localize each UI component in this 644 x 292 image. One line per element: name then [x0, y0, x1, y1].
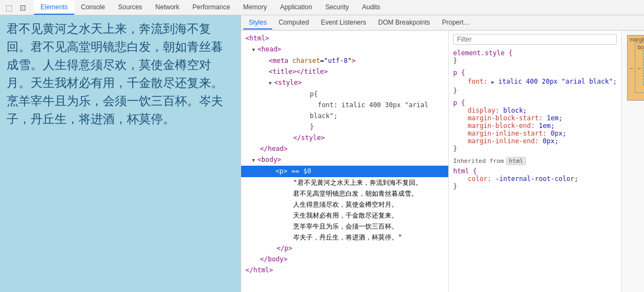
tab-performance[interactable]: Performance — [186, 0, 237, 15]
dom-line[interactable]: </head> — [241, 143, 448, 154]
style-prop: margin-inline-end: — [461, 137, 538, 145]
style-brace: } — [453, 87, 457, 95]
style-value: block; — [503, 107, 526, 114]
margin-left-val: – — [628, 65, 635, 71]
border-label: border — [637, 44, 644, 50]
preview-pane: 君不见黄河之水天上来，奔流到海不复回。君不见高堂明镜悲白发，朝如青丝暮成雪。人生… — [0, 15, 241, 292]
tab-computed[interactable]: Computed — [273, 16, 314, 30]
device-icon[interactable]: ⊡ — [16, 1, 30, 14]
main-tab-bar: Elements Console Sources Network Perform… — [34, 0, 387, 15]
dom-line[interactable]: 人生得意须尽欢，莫使金樽空对月。 — [241, 199, 448, 210]
style-value: 1em; — [547, 114, 563, 122]
style-prop: color: — [461, 175, 491, 183]
dom-line[interactable]: 烹羊宰牛且为乐，会须一饮三百杯。 — [241, 221, 448, 232]
style-brace: } — [453, 57, 457, 65]
tab-dom-breakpoints[interactable]: DOM Breakpoints — [373, 16, 436, 30]
border-bottom-dash: – — [635, 85, 644, 92]
dom-tree[interactable]: <html> ▼<head> <meta charset="utf-8"> <t… — [241, 31, 449, 292]
dom-line[interactable]: } — [241, 121, 448, 132]
tab-memory[interactable]: Memory — [237, 0, 273, 15]
tab-elements[interactable]: Elements — [34, 0, 74, 15]
dom-line[interactable]: <title></title> — [241, 66, 448, 77]
style-block-p-block: p { display: block; margin-block-start: … — [453, 99, 617, 153]
margin-bottom-val: 20 — [628, 93, 644, 100]
dom-line[interactable]: 君不见高堂明镜悲白发，朝如青丝暮成雪。 — [241, 188, 448, 199]
dom-line[interactable]: </body> — [241, 254, 448, 265]
tab-application[interactable]: Application — [273, 0, 319, 15]
style-prop: display: — [461, 107, 499, 114]
border-left-dash: – — [635, 65, 643, 71]
style-prop: margin-block-start: — [461, 114, 542, 122]
panel-body: <html> ▼<head> <meta charset="utf-8"> <t… — [241, 31, 644, 292]
tab-audits[interactable]: Audits — [355, 0, 387, 15]
box-model-area: margin 20 – border – — [621, 31, 644, 292]
dom-line[interactable]: "君不见黄河之水天上来，奔流到海不复回。 — [241, 177, 448, 188]
style-prop: font: — [461, 78, 487, 85]
box-model: margin 20 – border – — [627, 35, 644, 101]
secondary-toolbar: Styles Computed Event Listeners DOM Brea… — [241, 15, 644, 31]
margin-label: margin — [630, 37, 644, 43]
style-selector: p { — [453, 99, 465, 107]
toolbar-icons: ⬚ ⊡ — [2, 1, 30, 14]
tab-security[interactable]: Security — [319, 0, 355, 15]
style-brace: } — [453, 145, 457, 153]
preview-text: 君不见黄河之水天上来，奔流到海不复回。君不见高堂明镜悲白发，朝如青丝暮成雪。人生… — [7, 22, 223, 126]
style-brace: } — [453, 183, 457, 190]
style-value: 1em; — [539, 122, 555, 130]
dom-line[interactable]: 岑夫子，丹丘生，将进酒，杯莫停。" — [241, 232, 448, 243]
dom-line[interactable]: black"; — [241, 110, 448, 121]
style-value: 0px; — [551, 130, 566, 137]
dom-line[interactable]: ▼<body> — [241, 154, 448, 166]
dom-line[interactable]: <meta charset="utf-8"> — [241, 55, 448, 66]
devtools-toolbar: ⬚ ⊡ Elements Console Sources Network Per… — [0, 0, 644, 15]
style-block-p-italic: p { font: ▶ italic 400 20px "arial black… — [453, 69, 617, 95]
style-prop: margin-block-end: — [461, 122, 535, 130]
dom-line[interactable]: font: italic 400 30px "arial — [241, 100, 448, 110]
dom-line[interactable]: </style> — [241, 132, 448, 143]
tab-properties[interactable]: Propert… — [436, 16, 475, 30]
style-selector: html { — [453, 167, 477, 175]
tab-event-listeners[interactable]: Event Listeners — [315, 16, 372, 30]
dom-line-selected[interactable]: ... <p> == $0 — [241, 166, 448, 177]
tab-network[interactable]: Network — [149, 0, 186, 15]
style-selector: element.style { — [453, 49, 512, 57]
inspect-icon[interactable]: ⬚ — [2, 1, 15, 14]
dom-line[interactable]: ▼<head> — [241, 44, 448, 55]
dom-line[interactable]: </html> — [241, 265, 448, 276]
dom-line[interactable]: ▼<style> — [241, 77, 448, 89]
inherited-tag: html — [506, 157, 526, 165]
tab-sources[interactable]: Sources — [112, 0, 149, 15]
style-value: -internal-root-color; — [495, 175, 578, 183]
inherited-label: Inherited from html — [453, 157, 617, 165]
dom-line[interactable]: p{ — [241, 89, 448, 100]
style-value: italic 400 20px "arial black"; — [498, 78, 617, 85]
dom-line[interactable]: 天生我材必有用，千金散尽还复来。 — [241, 210, 448, 221]
devtools-panel: Styles Computed Event Listeners DOM Brea… — [241, 15, 644, 292]
main-area: 君不见黄河之水天上来，奔流到海不复回。君不见高堂明镜悲白发，朝如青丝暮成雪。人生… — [0, 15, 644, 292]
style-block-element: element.style { } — [453, 49, 617, 65]
style-block-html: html { color: -internal-root-color; } — [453, 167, 617, 190]
style-selector: p { — [453, 69, 465, 77]
style-prop: margin-inline-start: — [461, 130, 547, 137]
dom-line[interactable]: </p> — [241, 243, 448, 254]
dom-line[interactable]: <html> — [241, 33, 448, 44]
styles-pane: element.style { } p { font: ▶ italic 400… — [449, 31, 621, 292]
filter-input[interactable] — [453, 34, 617, 45]
tab-styles[interactable]: Styles — [243, 16, 272, 30]
style-value: 0px; — [543, 137, 559, 145]
tab-console[interactable]: Console — [74, 0, 112, 15]
